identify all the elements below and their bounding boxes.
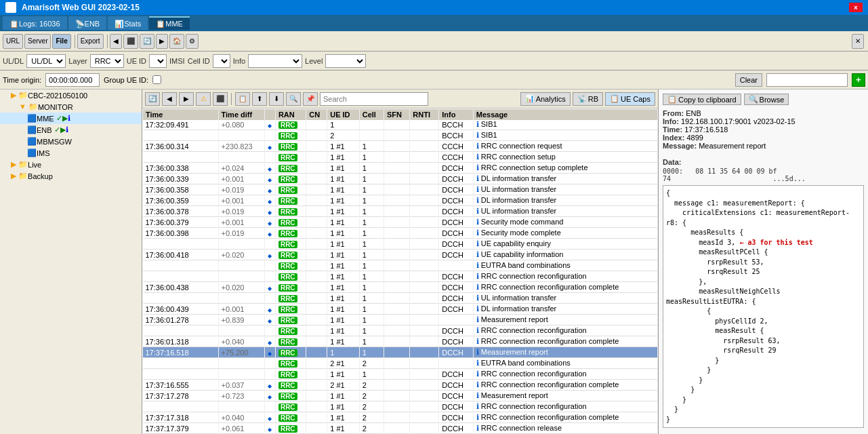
table-row[interactable]: 17:36:01.318+0.040◆RRC1 #11DCCHℹRRC conn… [143,336,658,347]
cellid-select[interactable] [213,54,230,68]
table-row[interactable]: RRC1 #11DCCHℹRRC connection reconfigurat… [143,369,658,380]
sidebar-item-monitor[interactable]: ▼ 📁 MONITOR [0,101,142,113]
cell-sfn [384,141,409,152]
table-row[interactable]: 17:36:00.359+0.001◆RRC1 #11DCCHℹDL infor… [143,195,658,206]
nav-back[interactable]: ◀ [110,34,122,49]
sidebar-item-ims[interactable]: 🟦 IMS [0,147,142,159]
table-row[interactable]: 17:37:16.518+75.200◆RRC11DCCHℹMeasuremen… [143,347,658,358]
cell-info: DCCH [439,282,474,293]
rb-btn[interactable]: 📡 RB [573,92,603,106]
tab-enb[interactable]: 📡 ENB [68,16,107,30]
table-row[interactable]: 17:37:17.379+0.061◆RRC1 #12DCCHℹRRC conn… [143,423,658,434]
cell-ran: RRC [275,250,306,260]
sidebar-item-mme[interactable]: 🟦 MME ✓ ▶ ℹ [0,113,142,124]
tab-logs[interactable]: 📋 Logs: 16036 [3,16,67,30]
nav-stop[interactable]: ⬛ [123,34,138,49]
cell-direction [264,130,275,141]
rb-icon: 📡 [577,94,587,103]
table-row[interactable]: RRC1 #11DCCHℹRRC connection reconfigurat… [143,271,658,282]
table-row[interactable]: 17:36:00.339+0.001◆RRC1 #11DCCHℹDL infor… [143,174,658,184]
table-row[interactable]: RRC2 #12ℹEUTRA band combinations [143,358,658,369]
table-row[interactable]: 17:36:00.338+0.024◆RRC1 #11DCCHℹRRC conn… [143,163,658,174]
cell-ueid: 1 #1 [327,250,360,260]
sidebar-item-backup[interactable]: ▶ 📁 Backup [0,170,142,182]
icon-btn1[interactable]: 📋 [235,92,250,106]
table-row[interactable]: 17:37:17.318+0.040◆RRC1 #12DCCHℹRRC conn… [143,412,658,423]
cell-sfn [384,228,409,239]
search-input[interactable] [320,92,428,106]
table-row[interactable]: 17:36:01.278+0.839◆RRC1 #11ℹMeasurement … [143,315,658,326]
info-label: Info [233,57,245,65]
icon-btn2[interactable]: ⬆ [252,92,267,106]
uldl-select[interactable]: UL/DL [26,54,66,68]
table-row[interactable]: 17:36:00.314+230.823◆RRC1 #11CCCHℹRRC co… [143,141,658,152]
cell-direction: ◆ [264,174,275,184]
sidebar-item-cbc[interactable]: ▶ 📁 CBC-2021050100 [0,90,142,101]
ueid-select[interactable] [149,54,167,68]
close-button[interactable]: × [849,3,863,12]
uecaps-btn[interactable]: 📋 UE Caps [605,92,655,106]
cell-sfn [384,152,409,163]
cell-rnti [410,282,439,293]
group-ueid-checkbox[interactable] [152,75,161,84]
server-button[interactable]: Server [24,34,51,49]
refresh-btn[interactable]: 🔄 [145,92,160,106]
table-row[interactable]: 17:37:16.555+0.037◆RRC2 #12DCCHℹRRC conn… [143,380,658,391]
timeorigin-value[interactable] [45,73,100,87]
copy-clipboard-btn[interactable]: 📋 Copy to clipboard [663,94,741,105]
message-icon: ℹ [476,142,479,150]
table-row[interactable]: RRC1 #12DCCHℹRRC connection reconfigurat… [143,401,658,412]
table-row[interactable]: 17:32:09.491+0.080◆RRC1BCCHℹSIB1 [143,119,658,130]
sidebar-item-live[interactable]: ▶ 📁 Live [0,159,142,170]
table-row[interactable]: 17:36:00.358+0.019◆RRC1 #11DCCHℹUL infor… [143,184,658,195]
tab-mme[interactable]: 📋 MME [149,16,190,30]
filter-text[interactable] [766,73,848,87]
icon-btn5[interactable]: 📌 [303,92,318,106]
cell-message: ℹUL information transfer [473,206,657,217]
table-row[interactable]: 17:36:00.398+0.019◆RRC1 #11DCCHℹSecurity… [143,228,658,239]
analytics-btn[interactable]: 📊 Analytics [520,92,571,106]
close-pane[interactable]: ✕ [852,34,864,49]
settings-btn[interactable]: ⚙ [186,34,199,49]
sidebar-item-enb[interactable]: 🟦 ENB ✓ ▶ ℹ [0,124,142,136]
cell-timediff: +0.024 [218,163,264,174]
table-row[interactable]: 17:36:00.378+0.019◆RRC1 #11DCCHℹUL infor… [143,206,658,217]
nav-fwd[interactable]: ▶ [156,34,168,49]
url-button[interactable]: URL [3,34,23,49]
prev-btn[interactable]: ◀ [162,92,177,106]
table-row[interactable]: 17:36:00.379+0.001◆RRC1 #11DCCHℹSecurity… [143,217,658,228]
clear-button[interactable]: Clear [735,73,762,87]
next-btn[interactable]: ▶ [179,92,194,106]
nav-refresh[interactable]: 🔄 [140,34,154,49]
browse-btn[interactable]: 🔍 Browse [744,94,789,105]
table-row[interactable]: RRC2BCCHℹSIB1 [143,130,658,141]
table-row[interactable]: 17:36:00.439+0.001◆RRC1 #11DCCHℹDL infor… [143,304,658,315]
cell-sfn [384,380,409,391]
table-row[interactable]: 17:37:17.278+0.723◆RRC1 #12DCCHℹMeasurem… [143,391,658,401]
table-row[interactable]: RRC1 #11CCCHℹRRC connection setup [143,152,658,163]
cell-direction: ◆ [264,217,275,228]
add-filter-btn[interactable]: + [852,73,865,87]
warning-btn[interactable]: ⚠ [196,92,211,106]
sidebar-item-mbmsgw[interactable]: 🟦 MBMSGW [0,136,142,147]
icon-btn4[interactable]: 🔍 [286,92,301,106]
cell-cell: 1 [359,282,384,293]
info-select[interactable] [248,54,302,68]
nav-home[interactable]: 🏠 [169,34,184,49]
table-row[interactable]: RRC1 #11DCCHℹUE capability enquiry [143,239,658,250]
table-row[interactable]: RRC1 #11ℹEUTRA band combinations [143,260,658,271]
icon-btn3[interactable]: ⬇ [269,92,284,106]
cell-info: DCCH [439,369,474,380]
table-row[interactable]: RRC1 #11DCCHℹRRC connection reconfigurat… [143,326,658,336]
timeoriginbar: Time origin: Group UE ID: Clear + [0,71,868,90]
table-row[interactable]: RRC1 #11DCCHℹUL information transfer [143,293,658,304]
tab-stats[interactable]: 📊 Stats [108,16,148,30]
stop-btn[interactable]: ⬛ [213,92,228,106]
layer-select[interactable]: RRC [90,54,124,68]
file-button[interactable]: File [52,34,70,49]
table-row[interactable]: 17:36:00.418+0.020◆RRC1 #11DCCHℹUE capab… [143,250,658,260]
table-row[interactable]: 17:36:00.438+0.020◆RRC1 #11DCCHℹRRC conn… [143,282,658,293]
export-button[interactable]: Export [77,34,104,49]
cell-info: BCCH [439,119,474,130]
level-select[interactable] [325,54,366,68]
